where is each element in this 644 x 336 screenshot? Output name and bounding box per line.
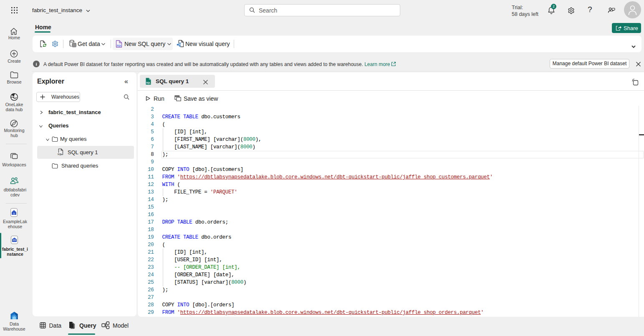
svg-text:SQL: SQL xyxy=(58,153,63,155)
svg-text:SQL: SQL xyxy=(117,44,122,47)
svg-text:SQL: SQL xyxy=(146,81,150,84)
